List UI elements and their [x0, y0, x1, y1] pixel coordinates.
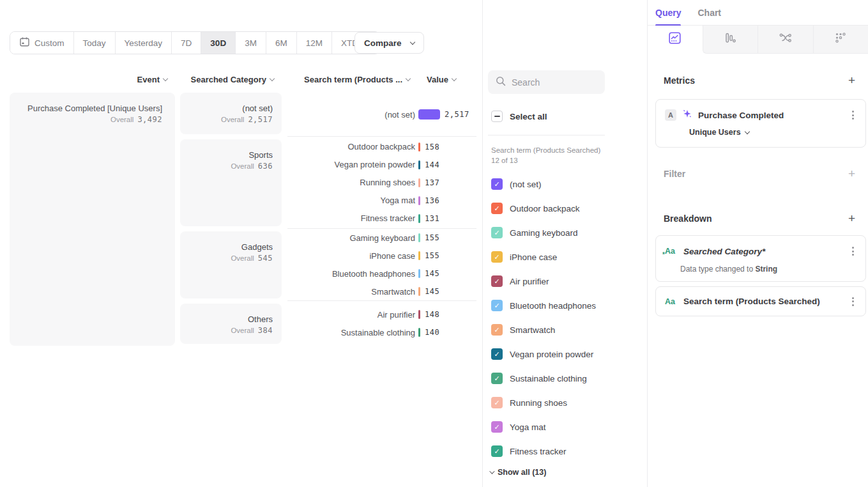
metric-aggregation-dropdown[interactable]: Unique Users [689, 128, 857, 137]
breakdown-title: Searched Category* [683, 247, 844, 256]
add-breakdown-button[interactable]: + [848, 214, 855, 223]
breakdown-note: Data type changed to String [680, 265, 857, 274]
table-row[interactable]: Outdoor backpack158 [287, 138, 476, 156]
segment-checkbox-row[interactable]: ✓Running shoes [491, 390, 596, 415]
segment-label: Vegan protein powder [510, 350, 593, 359]
search-term-cell: iPhone case [287, 251, 415, 261]
table-row[interactable]: Sustainable clothing140 [287, 323, 476, 341]
table-row[interactable]: (not set)2,517 [287, 105, 476, 123]
chevron-down-icon [409, 40, 415, 45]
table-row[interactable]: Bluetooth headphones145 [287, 265, 476, 282]
select-all-label: Select all [510, 112, 547, 121]
segment-checkbox-row[interactable]: ✓Sustainable clothing [491, 366, 596, 390]
event-cell[interactable]: Purchase Completed [Unique Users] Overal… [10, 93, 175, 346]
date-range-yesterday[interactable]: Yesterday [116, 32, 172, 54]
segment-checkbox-row[interactable]: ✓(not set) [491, 172, 596, 196]
category-cell[interactable]: SportsOverall636 [180, 139, 282, 226]
segment-checkbox[interactable]: ✓ [491, 203, 503, 214]
category-name: Sports [185, 150, 273, 160]
event-column-header[interactable]: Event [0, 75, 175, 84]
value-bar [418, 143, 420, 151]
table-row[interactable]: iPhone case155 [287, 247, 476, 265]
insights-report-app: CustomTodayYesterday7D30D3M6M12MXTD Comp… [0, 0, 868, 487]
segment-checkbox-row[interactable]: ✓Outdoor backpack [491, 196, 596, 220]
category-cell[interactable]: OthersOverall384 [180, 304, 282, 344]
segment-checkbox[interactable]: ✓ [491, 373, 503, 384]
segment-checkbox-row[interactable]: ✓Bluetooth headphones [491, 293, 596, 318]
show-all-button[interactable]: Show all (13) [489, 468, 546, 477]
value-cell: 136 [415, 196, 476, 205]
value-bar [418, 109, 440, 120]
search-input[interactable] [512, 77, 595, 88]
table-row[interactable]: Smartwatch145 [287, 282, 476, 300]
segment-checkbox-row[interactable]: ✓Vegan protein powder [491, 342, 596, 366]
segment-search[interactable] [488, 70, 605, 94]
tab-query[interactable]: Query [655, 0, 681, 26]
segment-label: Yoga mat [510, 422, 546, 432]
table-row[interactable]: Air purifier148 [287, 305, 476, 323]
breakdown-menu-button[interactable] [849, 295, 857, 309]
value-cell: 2,517 [415, 109, 476, 120]
analysis-tab-funnel[interactable] [703, 26, 758, 54]
breakdown-heading-row: Breakdown + [664, 213, 855, 224]
value-number: 155 [425, 251, 439, 260]
category-cell[interactable]: (not set)Overall2,517 [180, 93, 282, 134]
segment-checkbox[interactable]: ✓ [491, 445, 503, 457]
table-row[interactable]: Gaming keyboard155 [287, 229, 476, 247]
event-overall: Overall3,492 [16, 115, 162, 124]
date-range-custom[interactable]: Custom [10, 32, 74, 54]
searched-category-column-header[interactable]: Searched Category [175, 75, 282, 84]
date-range-today[interactable]: Today [74, 32, 116, 54]
analysis-tab-insights[interactable] [648, 26, 703, 54]
analysis-tab-retention[interactable] [813, 26, 868, 54]
search-term-column-header[interactable]: Search term (Products ... [282, 75, 413, 84]
category-name: (not set) [185, 103, 273, 114]
tab-chart[interactable]: Chart [697, 0, 721, 26]
segment-checkbox-row[interactable]: ✓Gaming keyboard [491, 220, 596, 245]
select-all-row[interactable]: Select all [491, 111, 547, 122]
segment-checkbox[interactable]: ✓ [491, 348, 503, 360]
select-all-checkbox[interactable] [491, 111, 503, 122]
value-cell: 140 [415, 328, 476, 337]
segment-checkbox[interactable]: ✓ [491, 421, 503, 433]
date-range-12m[interactable]: 12M [297, 32, 332, 54]
segment-checkbox[interactable]: ✓ [491, 227, 503, 238]
segment-checkbox-row[interactable]: ✓Air purifier [491, 269, 596, 293]
segment-checkbox[interactable]: ✓ [491, 397, 503, 408]
breakdown-menu-button[interactable] [849, 244, 857, 258]
add-filter-button[interactable]: + [848, 169, 855, 178]
metric-menu-button[interactable] [849, 108, 857, 122]
breakdown-card-search-term[interactable]: Aa Search term (Products Searched) [655, 286, 866, 316]
table-row[interactable]: Vegan protein powder144 [287, 156, 476, 174]
segment-checkbox[interactable]: ✓ [491, 324, 503, 336]
compare-button[interactable]: Compare [354, 32, 424, 54]
value-column-header[interactable]: Value [427, 75, 456, 84]
metric-card[interactable]: A Purchase Completed Unique Users [655, 99, 866, 148]
table-row[interactable]: Running shoes137 [287, 174, 476, 192]
table-row[interactable]: Yoga mat136 [287, 192, 476, 210]
segment-checkbox[interactable]: ✓ [491, 275, 503, 287]
overall-value: 2,517 [248, 115, 273, 124]
segment-checkbox[interactable]: ✓ [491, 251, 503, 263]
segment-label: Running shoes [510, 398, 567, 408]
segment-checkbox-row[interactable]: ✓iPhone case [491, 245, 596, 269]
date-range-7d[interactable]: 7D [172, 32, 201, 54]
analysis-tab-flow[interactable] [758, 26, 813, 54]
date-range-6m[interactable]: 6M [266, 32, 297, 54]
string-property-icon: Aa [665, 297, 678, 306]
segment-checkbox[interactable]: ✓ [491, 300, 503, 311]
date-range-30d[interactable]: 30D [201, 32, 236, 54]
date-range-3m[interactable]: 3M [236, 32, 266, 54]
segment-label: Outdoor backpack [510, 204, 580, 213]
segment-checkbox-row[interactable]: ✓Yoga mat [491, 415, 596, 439]
segment-checkbox-row[interactable]: ✓Smartwatch [491, 318, 596, 342]
table-row[interactable]: Fitness tracker131 [287, 210, 476, 228]
category-group-slot: (not set)Overall2,517 [180, 93, 282, 136]
segment-label: Gaming keyboard [510, 228, 578, 238]
metrics-heading: Metrics [664, 75, 695, 86]
segment-checkbox[interactable]: ✓ [491, 178, 503, 190]
add-metric-button[interactable]: + [848, 76, 855, 85]
segment-checkbox-row[interactable]: ✓Fitness tracker [491, 439, 596, 463]
category-cell[interactable]: GadgetsOverall545 [180, 231, 282, 298]
breakdown-card-searched-category[interactable]: Aa* Searched Category* Data type changed… [655, 235, 866, 282]
